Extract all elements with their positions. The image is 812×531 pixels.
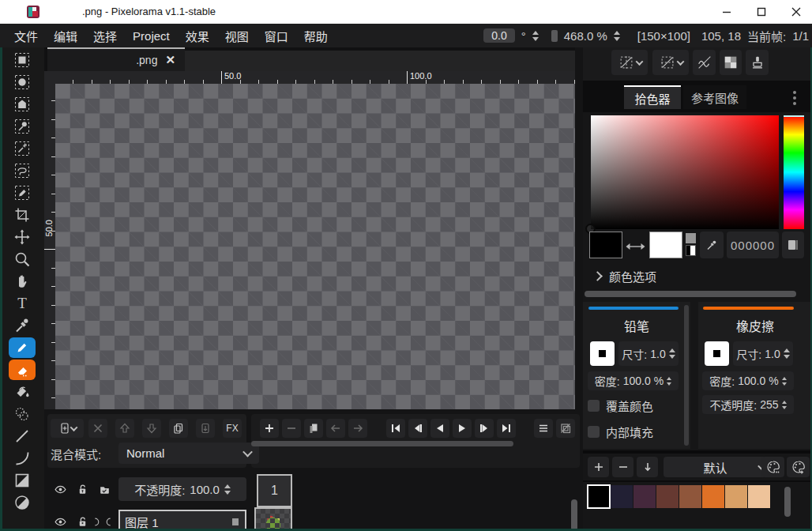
- tab-reference-images[interactable]: 参考图像: [683, 85, 746, 109]
- eraser-opacity-box[interactable]: 不透明度: 255: [702, 395, 794, 414]
- palette-swatch[interactable]: [748, 485, 770, 508]
- rectangle-select-tool[interactable]: [6, 50, 38, 70]
- panel-menu-icon[interactable]: [793, 91, 796, 105]
- blend-mode-dropdown[interactable]: Normal: [118, 442, 259, 464]
- tab-close-icon[interactable]: ✕: [165, 53, 175, 67]
- palette-swatch[interactable]: [679, 485, 701, 508]
- eraser-tool[interactable]: [9, 360, 36, 380]
- zoom-slider-handle[interactable]: [551, 30, 558, 42]
- polygon-select-tool[interactable]: [6, 94, 38, 115]
- rotation-input[interactable]: 0.0: [483, 28, 514, 43]
- lasso-select-tool[interactable]: [6, 160, 38, 181]
- layer-fx-button[interactable]: FX: [223, 419, 242, 438]
- close-button[interactable]: [780, 0, 812, 24]
- pencil-size-box[interactable]: 尺寸: 1.0: [618, 341, 679, 366]
- color-select-tool[interactable]: [6, 116, 38, 137]
- overwrite-color-checkbox[interactable]: 覆盖颜色: [588, 397, 653, 414]
- black-white-swatch-icon[interactable]: [686, 245, 696, 256]
- delete-layer-button[interactable]: [88, 419, 107, 438]
- pencil-density-spinner[interactable]: [667, 377, 671, 386]
- eraser-density-spinner[interactable]: [782, 377, 787, 386]
- palette-swatch[interactable]: [633, 485, 656, 508]
- crop-tool[interactable]: [6, 205, 38, 225]
- picker-hscrollbar[interactable]: [585, 291, 796, 297]
- zoom-tool[interactable]: [6, 249, 38, 269]
- add-palette-color-button[interactable]: [588, 457, 609, 477]
- right-color-swatch[interactable]: [649, 232, 682, 258]
- move-tool[interactable]: [6, 227, 38, 247]
- edit-palette-button[interactable]: [761, 457, 784, 477]
- eraser-brush-swatch[interactable]: [705, 341, 729, 366]
- pencil-density-box[interactable]: 密度: 100.0 %: [588, 371, 679, 390]
- dynamics-button[interactable]: [693, 50, 716, 75]
- eraser-size-spinner[interactable]: [784, 348, 790, 359]
- next-frame-button[interactable]: [475, 419, 494, 438]
- remove-palette-color-button[interactable]: [612, 457, 633, 477]
- left-color-swatch[interactable]: [589, 232, 622, 258]
- palette-swatch[interactable]: [656, 485, 679, 508]
- menu-item-file[interactable]: 文件: [6, 28, 46, 44]
- zoom-spinner[interactable]: [614, 31, 620, 41]
- hue-slider[interactable]: [784, 115, 804, 229]
- menu-item-view[interactable]: 视图: [217, 28, 257, 44]
- palette-swatch[interactable]: [702, 485, 724, 508]
- ellipse-shape-tool[interactable]: [6, 492, 38, 513]
- canvas[interactable]: [55, 84, 575, 409]
- screen-color-picker-button[interactable]: [700, 232, 724, 258]
- shading-tool[interactable]: [6, 404, 38, 424]
- palette-swatch[interactable]: [611, 485, 633, 508]
- move-layer-up-button[interactable]: [115, 419, 134, 438]
- palette-swatch[interactable]: [725, 485, 747, 508]
- previous-frame-button[interactable]: [408, 419, 427, 438]
- palette-selector-dropdown[interactable]: 默认: [664, 457, 774, 477]
- eraser-density-box[interactable]: 密度: 100.0 %: [702, 371, 794, 390]
- magic-wand-tool[interactable]: [6, 138, 38, 159]
- vertical-mirror-button[interactable]: [652, 50, 689, 75]
- add-frame-button[interactable]: [260, 419, 279, 438]
- layers-vscrollbar[interactable]: [571, 499, 577, 531]
- layer-name-field[interactable]: 图层 1: [118, 510, 246, 531]
- eraser-opacity-spinner[interactable]: [782, 401, 787, 409]
- line-tool[interactable]: [6, 426, 38, 446]
- first-frame-button[interactable]: [386, 419, 405, 438]
- saturation-value-square[interactable]: [591, 115, 779, 229]
- swap-colors-icon[interactable]: [625, 240, 646, 254]
- palette-vscrollbar[interactable]: [784, 487, 791, 517]
- eraser-size-box[interactable]: 尺寸: 1.0: [733, 341, 793, 366]
- merge-layer-button[interactable]: [196, 419, 215, 438]
- move-frame-left-button[interactable]: [326, 419, 345, 438]
- menu-item-project[interactable]: Project: [125, 29, 178, 43]
- maximize-button[interactable]: [746, 0, 777, 24]
- menu-item-help[interactable]: 帮助: [296, 28, 336, 44]
- layer-lock-icon[interactable]: [73, 480, 92, 499]
- stamp-button[interactable]: [746, 50, 769, 75]
- layer-cel-link-icon[interactable]: [95, 480, 114, 499]
- layer-cel-thumbnail[interactable]: [254, 507, 292, 531]
- layer-opacity-box[interactable]: 不透明度: 100.0: [118, 477, 246, 501]
- menu-item-select[interactable]: 选择: [85, 28, 125, 44]
- transparent-background-button[interactable]: [720, 50, 742, 75]
- new-palette-button[interactable]: [787, 457, 810, 477]
- last-frame-button[interactable]: [497, 419, 516, 438]
- remove-frame-button[interactable]: [282, 419, 301, 438]
- minimize-button[interactable]: [711, 0, 742, 24]
- rotation-spinner[interactable]: [532, 31, 539, 41]
- palette-swatch[interactable]: [588, 485, 610, 508]
- timeline-settings-button[interactable]: [534, 419, 553, 438]
- checkbox-icon[interactable]: [588, 426, 600, 438]
- move-layer-down-button[interactable]: [142, 419, 161, 438]
- pencil-panel-scrollbar[interactable]: [684, 305, 689, 446]
- color-options-expander[interactable]: 颜色选项: [594, 268, 656, 284]
- menu-item-window[interactable]: 窗口: [257, 28, 296, 44]
- rectangle-shape-tool[interactable]: [6, 470, 38, 491]
- clone-layer-button[interactable]: [169, 419, 188, 438]
- color-mode-button[interactable]: [782, 232, 804, 258]
- paint-select-tool[interactable]: [6, 183, 38, 203]
- color-picker-tool[interactable]: [6, 315, 38, 336]
- play-backwards-button[interactable]: [430, 419, 449, 438]
- pan-tool[interactable]: [6, 271, 38, 292]
- clone-frame-button[interactable]: [304, 419, 323, 438]
- zoom-value[interactable]: 468.0 %: [564, 29, 607, 43]
- ellipse-select-tool[interactable]: [6, 72, 38, 92]
- fill-inside-checkbox[interactable]: 内部填充: [588, 424, 653, 440]
